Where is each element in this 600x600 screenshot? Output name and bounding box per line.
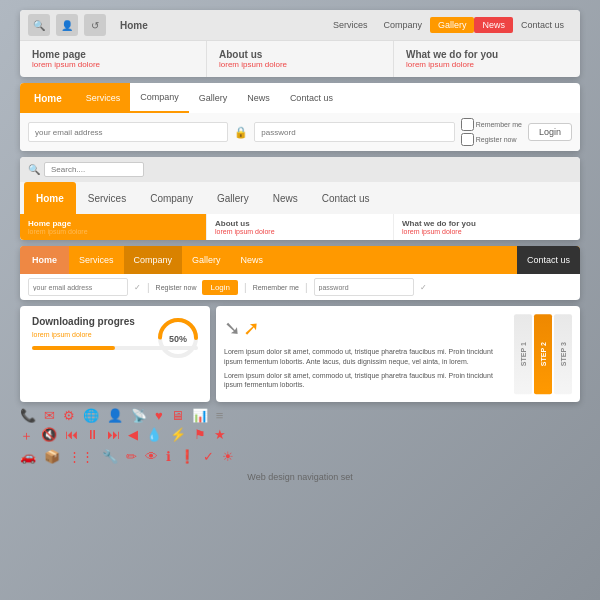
nav3-news[interactable]: News (261, 182, 310, 214)
nav3-home[interactable]: Home (24, 182, 76, 214)
nav2-login-button[interactable]: Login (528, 123, 572, 141)
search-icon[interactable]: 🔍 (28, 14, 50, 36)
star-icon[interactable]: ★ (214, 427, 226, 445)
nav1-col-about-title: About us (219, 49, 381, 60)
phone-icon[interactable]: 📞 (20, 408, 36, 423)
nav4-services[interactable]: Services (69, 246, 124, 274)
nav2-home[interactable]: Home (20, 83, 76, 113)
arrow-orange-icon: ➚ (243, 314, 260, 342)
nav2-email-input[interactable] (28, 122, 228, 142)
icons-row-2: ＋ 🔇 ⏮ ⏸ ⏭ ◀ 💧 ⚡ ⚑ ★ (20, 427, 580, 445)
progress-card: 50% Downloading progres lorem ipsum dolo… (20, 306, 210, 402)
plus-icon[interactable]: ＋ (20, 427, 33, 445)
car-icon[interactable]: 🚗 (20, 449, 36, 464)
settings-icon[interactable]: ⚙ (63, 408, 75, 423)
icons-row-1: 📞 ✉ ⚙ 🌐 👤 📡 ♥ 🖥 📊 ≡ (20, 408, 580, 423)
nav4-login-button[interactable]: Login (202, 280, 238, 295)
nav1-col-what-title: What we do for you (406, 49, 568, 60)
nav2-contact[interactable]: Contact us (280, 83, 343, 113)
home-label[interactable]: Home (112, 20, 156, 31)
nav4-register-label: Register now (156, 284, 197, 291)
step-1: STEP 1 (514, 314, 532, 394)
sun-icon[interactable]: ☀ (222, 449, 234, 464)
nav3-dd-home: Home page lorem ipsum dolore (20, 214, 207, 240)
nav2-company[interactable]: Company (130, 83, 189, 113)
nav1-col-what: What we do for you lorem ipsum dolore (394, 41, 580, 77)
eye-icon[interactable]: 👁 (145, 449, 158, 464)
progress-bar (32, 346, 115, 350)
footer-label: Web design navigation set (20, 472, 580, 482)
check-icon[interactable]: ✓ (203, 449, 214, 464)
globe-icon[interactable]: 🌐 (83, 408, 99, 423)
nav3-contact[interactable]: Contact us (310, 182, 382, 214)
steps-card: ➘ ➚ Lorem ipsum dolor sit amet, commodo … (216, 306, 580, 402)
progress-circle: 50% (156, 316, 200, 360)
nav4-remember-label: Remember me (253, 284, 299, 291)
nav1-news[interactable]: News (474, 17, 513, 33)
remember-me-label[interactable]: Remember me (461, 118, 522, 131)
step-3: STEP 3 (554, 314, 572, 394)
register-label[interactable]: Register now (461, 133, 522, 146)
nav1-col-home-title: Home page (32, 49, 194, 60)
chart-icon[interactable]: 📊 (192, 408, 208, 423)
pause-icon[interactable]: ⏸ (86, 427, 99, 445)
refresh-icon[interactable]: ↺ (84, 14, 106, 36)
steps-text2: Lorem ipsum dolor sit amet, commodo ut, … (224, 371, 510, 391)
checkmark-icon: ✓ (134, 283, 141, 292)
nav4-news[interactable]: News (231, 246, 274, 274)
nav1-col-about-sub: lorem ipsum dolore (219, 60, 381, 69)
nav1-company[interactable]: Company (375, 17, 430, 33)
wrench-icon[interactable]: 🔧 (102, 449, 118, 464)
nav4-gallery[interactable]: Gallery (182, 246, 231, 274)
nav3-company[interactable]: Company (138, 182, 205, 214)
pencil-icon[interactable]: ✏ (126, 449, 137, 464)
nav4-home[interactable]: Home (20, 246, 69, 274)
icons-row-3: 🚗 📦 ⋮⋮ 🔧 ✏ 👁 ℹ ❗ ✓ ☀ (20, 449, 580, 464)
register-checkbox[interactable] (461, 133, 474, 146)
nav1-services[interactable]: Services (325, 17, 376, 33)
nav4-contact[interactable]: Contact us (517, 246, 580, 274)
step-2: STEP 2 (534, 314, 552, 394)
menu-icon[interactable]: ≡ (216, 408, 224, 423)
mute-icon[interactable]: 🔇 (41, 427, 57, 445)
prev-icon[interactable]: ◀ (128, 427, 138, 445)
nav1-gallery[interactable]: Gallery (430, 17, 475, 33)
arrow-grey-icon: ➘ (224, 314, 241, 342)
rss-icon[interactable]: 📡 (131, 408, 147, 423)
grid-icon[interactable]: ⋮⋮ (68, 449, 94, 464)
drop-icon[interactable]: 💧 (146, 427, 162, 445)
user2-icon[interactable]: 👤 (107, 408, 123, 423)
nav1-col-about: About us lorem ipsum dolore (207, 41, 394, 77)
skip-back-icon[interactable]: ⏮ (65, 427, 78, 445)
nav4-company[interactable]: Company (124, 246, 183, 274)
nav2-services[interactable]: Services (76, 83, 131, 113)
nav3-services[interactable]: Services (76, 182, 138, 214)
nav1-col-home: Home page lorem ipsum dolore (20, 41, 207, 77)
navbar-1: 🔍 👤 ↺ Home Services Company Gallery News… (20, 10, 580, 77)
nav2-gallery[interactable]: Gallery (189, 83, 238, 113)
nav3-dd-about: About us lorem ipsum dolore (207, 214, 394, 240)
lock-icon: 🔒 (234, 126, 248, 139)
nav2-news[interactable]: News (237, 83, 280, 113)
warning-icon[interactable]: ❗ (179, 449, 195, 464)
email-icon[interactable]: ✉ (44, 408, 55, 423)
info-icon[interactable]: ℹ (166, 449, 171, 464)
remember-checkbox[interactable] (461, 118, 474, 131)
bolt-icon[interactable]: ⚡ (170, 427, 186, 445)
flag-icon[interactable]: ⚑ (194, 427, 206, 445)
steps-text1: Lorem ipsum dolor sit amet, commodo ut, … (224, 347, 510, 367)
svg-text:50%: 50% (169, 334, 187, 344)
monitor-icon[interactable]: 🖥 (171, 408, 184, 423)
nav4-email-input[interactable] (28, 278, 128, 296)
nav1-col-what-sub: lorem ipsum dolore (406, 60, 568, 69)
box-icon[interactable]: 📦 (44, 449, 60, 464)
nav1-contact[interactable]: Contact us (513, 17, 572, 33)
navbar-4: Home Services Company Gallery News Conta… (20, 246, 580, 300)
nav2-password-input[interactable] (254, 122, 454, 142)
nav3-gallery[interactable]: Gallery (205, 182, 261, 214)
nav3-search-input[interactable] (44, 162, 144, 177)
skip-fwd-icon[interactable]: ⏭ (107, 427, 120, 445)
nav4-password-input[interactable] (314, 278, 414, 296)
user-icon[interactable]: 👤 (56, 14, 78, 36)
heart-icon[interactable]: ♥ (155, 408, 163, 423)
